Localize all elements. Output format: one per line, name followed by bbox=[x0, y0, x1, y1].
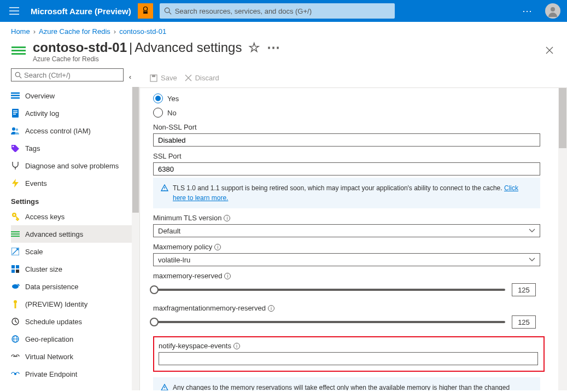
user-avatar[interactable] bbox=[545, 3, 560, 19]
ssl-port-input[interactable] bbox=[153, 162, 540, 175]
info-icon[interactable]: i bbox=[214, 244, 221, 250]
breadcrumb-resource[interactable]: contoso-std-01 bbox=[119, 27, 166, 36]
persistence-icon bbox=[11, 282, 20, 291]
ssl-port-label: SSL Port bbox=[153, 152, 551, 160]
info-icon[interactable]: i bbox=[224, 215, 230, 221]
page-subtitle: Azure Cache for Redis bbox=[33, 55, 280, 63]
svg-rect-21 bbox=[11, 236, 20, 237]
memory-alert: Any changes to the memory reservations w… bbox=[153, 377, 540, 390]
sidebar-item-label: Schedule updates bbox=[25, 318, 82, 326]
maxmemory-reserved-slider[interactable] bbox=[153, 289, 505, 291]
notify-keyspace-label: notify-keyspace-eventsi bbox=[159, 342, 539, 350]
preview-badge-icon[interactable] bbox=[138, 3, 153, 19]
svg-rect-13 bbox=[13, 114, 16, 115]
svg-rect-4 bbox=[11, 50, 26, 51]
sidebar-item-data-persistence[interactable]: Data persistence bbox=[11, 278, 133, 295]
nonssl-port-label: Non-SSL Port bbox=[153, 123, 551, 131]
sidebar-item-label: Access keys bbox=[25, 213, 65, 221]
info-icon[interactable]: i bbox=[224, 273, 231, 279]
global-search-input[interactable] bbox=[175, 7, 390, 15]
close-icon[interactable] bbox=[545, 46, 556, 57]
sidebar-item-private-endpoint[interactable]: Private Endpoint bbox=[11, 365, 133, 383]
sidebar-scrollbar[interactable] bbox=[132, 87, 139, 390]
sidebar-search-input[interactable] bbox=[24, 71, 120, 79]
more-actions-icon[interactable]: ⋯ bbox=[517, 5, 539, 17]
sidebar-item-schedule-updates[interactable]: Schedule updates bbox=[11, 313, 133, 330]
chevron-down-icon bbox=[529, 229, 535, 233]
info-icon[interactable]: i bbox=[268, 305, 274, 312]
sidebar-item-advanced-settings[interactable]: Advanced settings bbox=[11, 225, 133, 243]
svg-rect-8 bbox=[11, 95, 20, 97]
sidebar-item-label: Geo-replication bbox=[25, 335, 73, 343]
svg-point-6 bbox=[15, 72, 20, 77]
main-scrollbar[interactable] bbox=[558, 88, 567, 390]
more-icon[interactable]: ⋯ bbox=[267, 40, 280, 55]
sidebar-item-cluster-size[interactable]: Cluster size bbox=[11, 260, 133, 278]
overview-icon bbox=[11, 91, 20, 100]
info-icon[interactable]: i bbox=[233, 343, 240, 349]
global-search[interactable] bbox=[160, 3, 395, 19]
top-bar: Microsoft Azure (Preview) ⋯ bbox=[0, 0, 567, 22]
keys-icon bbox=[11, 212, 20, 221]
endpoint-icon bbox=[11, 370, 20, 378]
sidebar-item-activity-log[interactable]: Activity log bbox=[11, 104, 133, 122]
sidebar-item-access-keys[interactable]: Access keys bbox=[11, 208, 133, 225]
maxfrag-reserved-slider[interactable] bbox=[153, 321, 505, 323]
svg-rect-11 bbox=[13, 110, 17, 112]
main-content: Save Discard Yes No Non-SSL Port SSL Por… bbox=[140, 68, 567, 390]
min-tls-label: Minimum TLS versioni bbox=[153, 214, 551, 222]
maxmemory-policy-select[interactable]: volatile-lru bbox=[153, 253, 540, 266]
sidebar-item-scale[interactable]: Scale bbox=[11, 243, 133, 260]
sidebar-item-overview[interactable]: Overview bbox=[11, 87, 133, 104]
sidebar-section-settings: Settings bbox=[11, 192, 139, 208]
sidebar-item-label: Diagnose and solve problems bbox=[25, 162, 119, 170]
radio-no[interactable]: No bbox=[153, 108, 551, 118]
maxfrag-reserved-value[interactable]: 125 bbox=[512, 315, 536, 329]
network-icon bbox=[11, 352, 20, 361]
sidebar-item-label: Private Endpoint bbox=[25, 370, 77, 378]
breadcrumb-service[interactable]: Azure Cache for Redis bbox=[39, 27, 110, 36]
scale-icon bbox=[11, 247, 20, 256]
tags-icon bbox=[11, 144, 20, 153]
favorite-icon[interactable]: ☆ bbox=[248, 40, 260, 55]
sidebar-item-label: Advanced settings bbox=[25, 230, 83, 238]
min-tls-select[interactable]: Default bbox=[153, 224, 540, 237]
sidebar-item-label: Data persistence bbox=[25, 283, 79, 291]
sidebar-item-access-control[interactable]: Access control (IAM) bbox=[11, 122, 133, 139]
notify-keyspace-highlight: notify-keyspace-eventsi bbox=[153, 336, 545, 372]
tls-alert: TLS 1.0 and 1.1 support is being retired… bbox=[153, 178, 540, 208]
svg-point-1 bbox=[165, 8, 169, 13]
svg-point-16 bbox=[13, 146, 14, 148]
sidebar-item-identity[interactable]: (PREVIEW) Identity bbox=[11, 295, 133, 313]
search-icon bbox=[164, 7, 172, 15]
geo-icon bbox=[11, 335, 20, 343]
sidebar-item-geo-replication[interactable]: Geo-replication bbox=[11, 330, 133, 348]
discard-button[interactable]: Discard bbox=[185, 74, 219, 82]
breadcrumb-home[interactable]: Home bbox=[11, 27, 30, 36]
sidebar-item-label: Overview bbox=[25, 92, 55, 100]
save-button[interactable]: Save bbox=[150, 74, 177, 82]
notify-keyspace-input[interactable] bbox=[159, 352, 538, 365]
save-icon bbox=[150, 74, 157, 82]
identity-icon bbox=[11, 300, 20, 308]
sidebar-search[interactable] bbox=[11, 68, 124, 81]
sidebar-item-label: Activity log bbox=[25, 109, 59, 118]
page-title: contoso-std-01 | Advanced settings ☆ ⋯ bbox=[33, 40, 280, 55]
sidebar-item-tags[interactable]: Tags bbox=[11, 139, 133, 157]
warning-icon bbox=[161, 184, 168, 192]
cluster-icon bbox=[11, 265, 20, 273]
maxmemory-reserved-value[interactable]: 125 bbox=[512, 283, 536, 296]
sidebar-item-virtual-network[interactable]: Virtual Network bbox=[11, 348, 133, 365]
svg-rect-9 bbox=[11, 97, 20, 99]
sidebar-item-diagnose[interactable]: Diagnose and solve problems bbox=[11, 157, 133, 174]
svg-point-0 bbox=[143, 7, 147, 11]
svg-point-32 bbox=[14, 373, 16, 375]
sidebar-item-events[interactable]: Events bbox=[11, 174, 133, 192]
iam-icon bbox=[11, 126, 20, 135]
radio-yes[interactable]: Yes bbox=[153, 93, 551, 103]
hamburger-icon[interactable] bbox=[4, 1, 24, 21]
nonssl-port-input[interactable] bbox=[153, 133, 540, 147]
svg-rect-5 bbox=[11, 53, 26, 55]
svg-rect-12 bbox=[13, 112, 17, 113]
svg-rect-20 bbox=[11, 233, 20, 235]
